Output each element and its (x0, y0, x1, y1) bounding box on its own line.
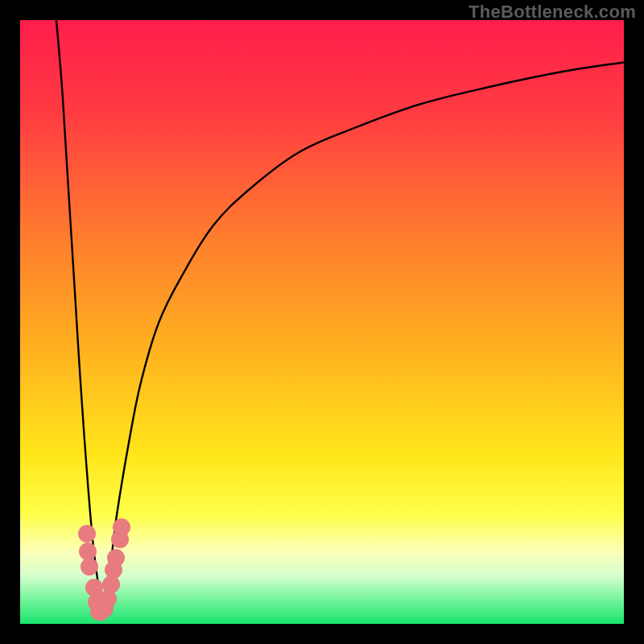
plot-area (20, 20, 624, 624)
data-point (78, 525, 96, 543)
data-point (107, 549, 125, 567)
data-point (80, 558, 98, 576)
curve-layer (20, 20, 624, 624)
data-point (113, 518, 130, 536)
chart-frame: TheBottleneck.com (0, 0, 644, 644)
curve-left-branch (56, 20, 101, 612)
watermark-text: TheBottleneck.com (469, 2, 636, 23)
curve-right-branch (101, 63, 624, 613)
